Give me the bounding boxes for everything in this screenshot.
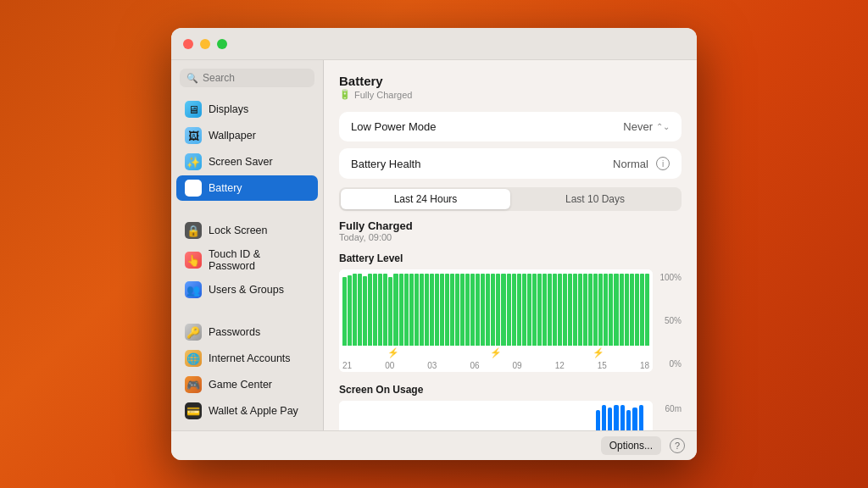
tab-24h[interactable]: Last 24 Hours [341, 189, 510, 209]
chevron-icon: ⌃⌄ [656, 122, 670, 131]
usage-bar [626, 410, 631, 430]
battery-bar [542, 274, 547, 346]
titlebar [171, 28, 697, 60]
battery-bar [425, 274, 429, 346]
sidebar-item-label: Lock Screen [209, 225, 267, 236]
usage-bar [632, 408, 637, 431]
sidebar-item-users[interactable]: 👥 Users & Groups [176, 277, 318, 302]
battery-bar [415, 274, 419, 346]
battery-bar [342, 277, 347, 346]
battery-bar [558, 274, 562, 346]
sidebar-group-3: 🔑 Passwords 🌐 Internet Accounts 🎮 Game C… [171, 319, 323, 424]
battery-bar [507, 274, 511, 346]
sidebar-item-screensaver[interactable]: ✨ Screen Saver [176, 149, 318, 175]
usage-bar [614, 405, 618, 430]
low-power-mode-label: Low Power Mode [351, 120, 436, 133]
main-header: Battery 🔋 Fully Charged [339, 74, 682, 100]
battery-bar [609, 274, 613, 346]
search-icon: 🔍 [186, 73, 198, 84]
sidebar-item-wallpaper[interactable]: 🖼 Wallpaper [176, 123, 318, 148]
sidebar-item-gamecenter[interactable]: 🎮 Game Center [176, 372, 318, 397]
battery-bar [348, 275, 352, 346]
battery-bar [435, 274, 439, 346]
main-panel: Battery 🔋 Fully Charged Low Power Mode N… [324, 60, 697, 430]
sidebar-item-displays[interactable]: 🖥 Displays [176, 97, 318, 122]
usage-bar [608, 408, 612, 431]
search-box[interactable]: 🔍 [180, 69, 314, 87]
battery-bar [496, 274, 500, 346]
battery-bar [358, 274, 362, 346]
touchid-icon: 👆 [185, 252, 202, 269]
battery-bar [430, 274, 434, 346]
battery-bar [553, 274, 557, 346]
help-button[interactable]: ? [670, 438, 685, 453]
sidebar-item-touchid[interactable]: 👆 Touch ID & Password [176, 244, 318, 276]
battery-bar [450, 274, 454, 346]
displays-icon: 🖥 [185, 101, 202, 118]
battery-bar [573, 274, 577, 346]
info-icon[interactable]: i [656, 157, 670, 170]
sidebar-group-2: 🔒 Lock Screen 👆 Touch ID & Password 👥 Us… [171, 217, 323, 303]
minimize-button[interactable] [200, 39, 210, 49]
battery-bar [640, 274, 644, 346]
sidebar-item-internet[interactable]: 🌐 Internet Accounts [176, 346, 318, 371]
sidebar-item-passwords[interactable]: 🔑 Passwords [176, 319, 318, 345]
battery-bar [440, 274, 444, 346]
battery-bar [445, 274, 449, 346]
battery-bar [476, 274, 480, 346]
battery-bar [537, 274, 542, 346]
battery-bar [481, 274, 485, 346]
battery-bar [548, 274, 552, 346]
battery-bar [501, 274, 505, 346]
maximize-button[interactable] [217, 39, 227, 49]
battery-bar [568, 274, 572, 346]
page-subtitle: 🔋 Fully Charged [339, 89, 682, 100]
battery-bar [614, 274, 618, 346]
sidebar-item-lockscreen[interactable]: 🔒 Lock Screen [176, 218, 318, 243]
usage-bar [639, 405, 643, 430]
battery-bar [363, 276, 367, 346]
internet-icon: 🌐 [185, 350, 202, 367]
wallpaper-icon: 🖼 [185, 127, 202, 144]
battery-bar [420, 274, 424, 346]
battery-bar [527, 274, 531, 346]
battery-bar [512, 274, 516, 346]
battery-bar [470, 274, 475, 346]
battery-bars [339, 269, 653, 346]
battery-bar [635, 274, 639, 346]
battery-level-label: Battery Level [339, 252, 682, 264]
wallet-icon: 💳 [185, 402, 202, 419]
battery-bar [383, 274, 387, 346]
charge-status: Fully Charged Today, 09:00 [339, 219, 682, 242]
sidebar-item-label: Displays [209, 103, 248, 115]
battery-bar [583, 274, 587, 346]
battery-status-icon: 🔋 [339, 89, 351, 100]
lockscreen-icon: 🔒 [185, 222, 202, 239]
sidebar-item-battery[interactable]: 🔋 Battery [176, 175, 318, 201]
passwords-icon: 🔑 [185, 324, 202, 341]
usage-chart-container: 21 03 06 09 12 15 18 14 May 60m 30m [339, 401, 682, 430]
options-button[interactable]: Options... [601, 436, 661, 455]
close-button[interactable] [183, 39, 193, 49]
low-power-mode-value[interactable]: Never ⌃⌄ [623, 120, 670, 133]
sidebar-item-label: Users & Groups [209, 284, 284, 296]
sidebar-group-1: 🖥 Displays 🖼 Wallpaper ✨ Screen Saver 🔋 … [171, 96, 323, 202]
charge-time: Today, 09:00 [339, 232, 682, 242]
system-preferences-window: 🔍 🖥 Displays 🖼 Wallpaper ✨ Screen Saver [171, 28, 697, 460]
battery-bar [465, 274, 470, 346]
sidebar-item-wallet[interactable]: 💳 Wallet & Apple Pay [176, 398, 318, 424]
battery-bar [578, 274, 582, 346]
screen-usage-chart-section: Screen On Usage 21 03 06 09 12 [339, 384, 682, 430]
battery-level-chart-section: Battery Level ⚡ ⚡ ⚡ 21 00 03 0 [339, 252, 682, 372]
battery-bar [598, 274, 603, 346]
battery-chart-x-labels: 21 00 03 06 09 12 15 18 [339, 359, 653, 372]
battery-chart-y-labels: 100% 50% 0% [656, 269, 682, 372]
search-input[interactable] [203, 72, 308, 84]
screen-usage-label: Screen On Usage [339, 384, 682, 396]
tab-10d[interactable]: Last 10 Days [510, 189, 680, 209]
battery-bar [388, 277, 392, 346]
battery-health-label: Battery Health [351, 158, 420, 170]
screensaver-icon: ✨ [185, 153, 202, 170]
battery-health-value: Normal i [613, 157, 670, 170]
users-icon: 👥 [185, 281, 202, 298]
